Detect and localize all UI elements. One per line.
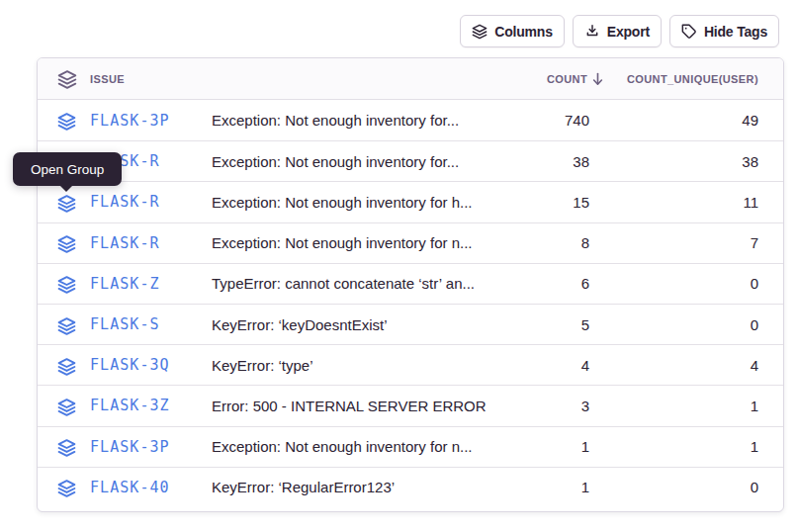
count-value: 6 [490, 275, 589, 292]
issue-message: Exception: Not enough inventory for... [212, 112, 490, 129]
count-unique-value: 1 [589, 398, 783, 414]
issue-message: Exception: Not enough inventory for n... [212, 234, 490, 251]
count-value: 1 [490, 479, 589, 495]
count-value: 15 [490, 194, 589, 211]
count-value: 4 [490, 357, 589, 374]
count-unique-value: 0 [589, 479, 783, 495]
column-header-count-unique[interactable]: COUNT_UNIQUE(USER) [589, 73, 783, 85]
issue-message: Exception: Not enough inventory for n... [212, 438, 490, 455]
toolbar: Columns Export Hide Tags [460, 15, 779, 47]
issue-link[interactable]: FLASK-S [90, 315, 160, 333]
tooltip-arrow [60, 186, 72, 192]
table-row: FLASK-S KeyError: ‘keyDoesntExist’ 5 0 [38, 304, 783, 344]
count-value: 38 [490, 153, 589, 170]
stack-icon [57, 276, 76, 295]
hide-tags-button[interactable]: Hide Tags [669, 15, 779, 47]
issue-message: Exception: Not enough inventory for... [212, 153, 490, 170]
tag-icon [681, 24, 697, 40]
open-group-button[interactable] [57, 315, 76, 334]
export-button[interactable]: Export [573, 15, 662, 47]
table-body: FLASK-3P Exception: Not enough inventory… [38, 100, 783, 507]
count-header-label: COUNT [547, 73, 587, 85]
issue-link[interactable]: FLASK-R [90, 234, 160, 252]
count-unique-value: 38 [589, 153, 783, 170]
table-row: FLASK-R Exception: Not enough inventory … [38, 140, 783, 181]
issue-message: Error: 500 - INTERNAL SERVER ERROR [212, 398, 490, 414]
stack-icon [57, 69, 77, 89]
open-group-button[interactable] [57, 478, 76, 496]
issues-table: ISSUE COUNT COUNT_UNIQUE(USER) [37, 57, 784, 512]
table-row: FLASK-3P Exception: Not enough inventory… [38, 426, 783, 467]
column-header-issue[interactable]: ISSUE [90, 73, 212, 85]
table-row: FLASK-R Exception: Not enough inventory … [38, 181, 783, 222]
open-group-button[interactable] [57, 111, 76, 130]
open-group-button[interactable] [57, 437, 76, 456]
open-group-button[interactable] [57, 193, 76, 212]
issue-message: Exception: Not enough inventory for h... [212, 194, 490, 211]
stack-icon [57, 398, 76, 416]
column-header-count[interactable]: COUNT [490, 72, 589, 86]
count-value: 1 [490, 438, 589, 455]
page: Columns Export Hide Tags [0, 0, 798, 532]
download-icon [584, 24, 600, 40]
table-row: FLASK-Z TypeError: cannot concatenate ‘s… [38, 263, 783, 304]
issue-link[interactable]: FLASK-40 [90, 479, 170, 496]
count-unique-value: 11 [589, 194, 783, 211]
stack-icon [57, 316, 76, 335]
table-row: FLASK-3Z Error: 500 - INTERNAL SERVER ER… [38, 385, 783, 425]
issue-link[interactable]: FLASK-3Z [90, 397, 170, 414]
issue-link[interactable]: FLASK-3P [90, 112, 170, 130]
count-unique-value: 0 [589, 275, 783, 292]
open-group-tooltip: Open Group [13, 152, 122, 186]
stack-icon [57, 480, 76, 498]
stack-icon [57, 235, 76, 254]
issue-link[interactable]: FLASK-3P [90, 438, 170, 456]
issue-link[interactable]: FLASK-Z [90, 275, 160, 293]
issue-message: KeyError: ‘type’ [212, 357, 490, 374]
tooltip-label: Open Group [31, 162, 104, 177]
count-unique-value: 1 [589, 438, 783, 455]
hide-tags-button-label: Hide Tags [704, 24, 767, 40]
count-value: 5 [490, 316, 589, 333]
columns-button[interactable]: Columns [460, 15, 565, 47]
table-row: FLASK-40 KeyError: ‘RegularError123’ 1 0 [38, 467, 783, 507]
header-icon-cell [38, 69, 90, 89]
export-button-label: Export [607, 24, 650, 40]
issue-link[interactable]: FLASK-3Q [90, 356, 170, 374]
issue-message: KeyError: ‘keyDoesntExist’ [212, 316, 490, 333]
stack-icon [57, 357, 76, 376]
count-value: 3 [490, 398, 589, 414]
count-value: 8 [490, 234, 589, 251]
open-group-button[interactable] [57, 274, 76, 293]
issue-message: KeyError: ‘RegularError123’ [212, 479, 490, 495]
columns-button-label: Columns [494, 24, 553, 40]
count-unique-value: 49 [589, 112, 783, 129]
stack-icon [57, 113, 76, 132]
count-value: 740 [490, 112, 589, 129]
open-group-button[interactable] [57, 356, 76, 375]
count-unique-value: 4 [589, 357, 783, 374]
stack-icon [57, 439, 76, 458]
open-group-button[interactable] [57, 397, 76, 415]
stack-icon [57, 194, 76, 213]
table-row: FLASK-3Q KeyError: ‘type’ 4 4 [38, 344, 783, 385]
issue-message: TypeError: cannot concatenate ‘str’ an..… [212, 275, 490, 292]
layers-icon [472, 24, 488, 40]
open-group-button[interactable] [57, 233, 76, 252]
count-unique-value: 0 [589, 316, 783, 333]
table-header-row: ISSUE COUNT COUNT_UNIQUE(USER) [38, 58, 783, 100]
issue-link[interactable]: FLASK-R [90, 193, 160, 211]
table-row: FLASK-3P Exception: Not enough inventory… [38, 100, 783, 140]
count-unique-value: 7 [589, 234, 783, 251]
table-row: FLASK-R Exception: Not enough inventory … [38, 222, 783, 263]
